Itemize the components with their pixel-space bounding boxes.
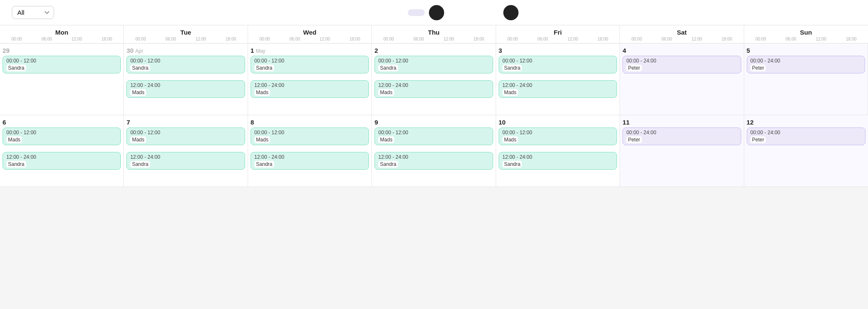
- day-cell-29[interactable]: 29 00:00 - 12:00 Sandra: [0, 43, 124, 115]
- shift-block[interactable]: 12:00 - 24:00 Sandra: [3, 152, 121, 170]
- day-cell-4[interactable]: 4 00:00 - 24:00 Peter: [620, 43, 744, 115]
- day-cell-3[interactable]: 3 00:00 - 12:00 Sandra 12:00 - 24:00 Mad…: [496, 43, 620, 115]
- day-header-mon: Mon 00:0006:0012:0018:00: [0, 25, 124, 43]
- shift-block[interactable]: 00:00 - 12:00 Sandra: [126, 56, 245, 73]
- tiers-select[interactable]: All Tier 1 Tier 2 Tier 3: [12, 6, 54, 19]
- shift-block[interactable]: 00:00 - 12:00 Sandra: [374, 56, 493, 73]
- shift-block[interactable]: 12:00 - 24:00 Sandra: [499, 152, 617, 170]
- shift-block[interactable]: 12:00 - 24:00 Mads: [499, 80, 617, 98]
- day-cell-5[interactable]: 5 00:00 - 24:00 Peter: [744, 43, 868, 115]
- shift-block[interactable]: 00:00 - 24:00 Peter: [622, 127, 741, 145]
- day-number: 12: [747, 119, 865, 126]
- shift-block[interactable]: 00:00 - 12:00 Mads: [3, 127, 121, 145]
- shift-block[interactable]: 00:00 - 12:00 Mads: [499, 127, 617, 145]
- shift-block[interactable]: 00:00 - 12:00 Sandra: [251, 56, 369, 73]
- shift-block[interactable]: 00:00 - 12:00 Mads: [374, 127, 493, 145]
- week-view-button[interactable]: [387, 9, 404, 16]
- day-number: 11: [622, 119, 741, 126]
- shift-block[interactable]: 12:00 - 24:00 Sandra: [374, 152, 493, 170]
- day-header-thu: Thu 00:0006:0012:0018:00: [372, 25, 496, 43]
- center-controls: [387, 5, 527, 20]
- day-number: 7: [126, 119, 245, 126]
- shift-block[interactable]: 12:00 - 24:00 Mads: [126, 80, 245, 98]
- day-header-fri: Fri 00:0006:0012:0018:00: [496, 25, 620, 43]
- shift-block[interactable]: 00:00 - 24:00 Peter: [747, 127, 865, 145]
- shift-block[interactable]: 12:00 - 24:00 Sandra: [126, 152, 245, 170]
- day-number: 6: [3, 119, 121, 126]
- day-cell-12[interactable]: 12 00:00 - 24:00 Peter: [744, 115, 868, 187]
- day-cell-10[interactable]: 10 00:00 - 12:00 Mads 12:00 - 24:00 Sand…: [496, 115, 620, 187]
- next-month-button[interactable]: [503, 5, 519, 20]
- day-header-wed: Wed 00:0006:0012:0018:00: [248, 25, 372, 43]
- day-number: 9: [374, 119, 493, 126]
- day-number: 8: [251, 119, 369, 126]
- day-cell-8[interactable]: 8 00:00 - 12:00 Mads 12:00 - 24:00 Sandr…: [248, 115, 372, 187]
- day-number: 1May: [251, 47, 369, 54]
- shift-block[interactable]: 12:00 - 24:00 Mads: [374, 80, 493, 98]
- prev-month-button[interactable]: [429, 5, 444, 20]
- calendar-header: Mon 00:0006:0012:0018:00 Tue 00:0006:001…: [0, 25, 868, 43]
- shift-block[interactable]: 00:00 - 12:00 Mads: [126, 127, 245, 145]
- day-number: 4: [622, 47, 741, 54]
- day-header-tue: Tue 00:0006:0012:0018:00: [124, 25, 248, 43]
- shift-block[interactable]: 00:00 - 12:00 Sandra: [499, 56, 617, 73]
- shift-block[interactable]: 00:00 - 24:00 Peter: [622, 56, 741, 73]
- day-cell-30[interactable]: 30Apr 00:00 - 12:00 Sandra 12:00 - 24:00…: [124, 43, 248, 115]
- day-header-sat: Sat 00:0006:0012:0018:00: [620, 25, 744, 43]
- month-view-button[interactable]: [408, 9, 425, 16]
- toolbar: All Tier 1 Tier 2 Tier 3: [0, 0, 868, 25]
- day-number: 2: [374, 47, 493, 54]
- day-cell-2[interactable]: 2 00:00 - 12:00 Sandra 12:00 - 24:00 Mad…: [372, 43, 496, 115]
- day-header-sun: Sun 00:0006:0012:0018:00: [744, 25, 868, 43]
- day-number: 29: [3, 47, 121, 54]
- day-number: 5: [747, 47, 865, 54]
- day-cell-9[interactable]: 9 00:00 - 12:00 Mads 12:00 - 24:00 Sandr…: [372, 115, 496, 187]
- day-number: 3: [499, 47, 617, 54]
- shift-block[interactable]: 12:00 - 24:00 Sandra: [251, 152, 369, 170]
- shift-block[interactable]: 00:00 - 24:00 Peter: [747, 56, 865, 73]
- day-number: 30Apr: [126, 47, 245, 54]
- shift-block[interactable]: 00:00 - 12:00 Sandra: [3, 56, 121, 73]
- day-cell-1[interactable]: 1May 00:00 - 12:00 Sandra 12:00 - 24:00 …: [248, 43, 372, 115]
- day-number: 10: [499, 119, 617, 126]
- calendar-body: 29 00:00 - 12:00 Sandra 30Apr 00:00 - 12…: [0, 43, 868, 187]
- day-cell-6[interactable]: 6 00:00 - 12:00 Mads 12:00 - 24:00 Sandr…: [0, 115, 124, 187]
- day-cell-7[interactable]: 7 00:00 - 12:00 Mads 12:00 - 24:00 Sandr…: [124, 115, 248, 187]
- shift-block[interactable]: 12:00 - 24:00 Mads: [251, 80, 369, 98]
- calendar: Mon 00:0006:0012:0018:00 Tue 00:0006:001…: [0, 25, 868, 187]
- day-cell-11[interactable]: 11 00:00 - 24:00 Peter: [620, 115, 744, 187]
- shift-block[interactable]: 00:00 - 12:00 Mads: [251, 127, 369, 145]
